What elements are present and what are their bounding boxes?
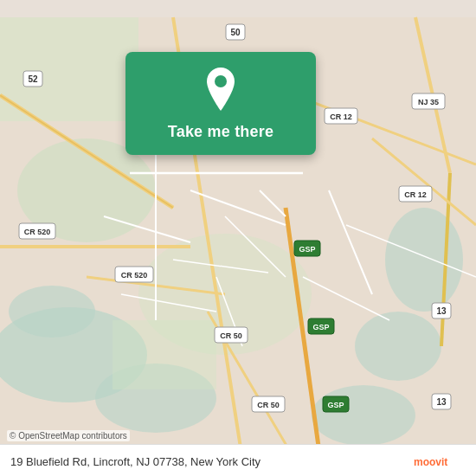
moovit-icon: moovit [414, 452, 466, 471]
action-card[interactable]: Take me there [125, 52, 316, 155]
moovit-logo: moovit [414, 452, 466, 471]
svg-rect-7 [0, 17, 138, 121]
bottom-bar: 19 Bluefield Rd, Lincroft, NJ 07738, New… [0, 444, 476, 476]
svg-text:GSP: GSP [327, 401, 344, 409]
svg-text:GSP: GSP [312, 323, 329, 331]
svg-text:CR 520: CR 520 [121, 271, 148, 280]
svg-point-2 [9, 286, 95, 338]
openstreetmap-credit: © OpenStreetMap contributors [7, 430, 130, 441]
take-me-there-button[interactable]: Take me there [168, 123, 273, 141]
address-text: 19 Bluefield Rd, Lincroft, NJ 07738, New… [10, 455, 261, 468]
location-pin-icon [202, 68, 240, 114]
svg-text:CR 50: CR 50 [257, 401, 280, 409]
svg-point-6 [355, 312, 441, 381]
svg-text:13: 13 [436, 306, 447, 316]
svg-text:CR 12: CR 12 [404, 190, 427, 199]
svg-rect-10 [113, 320, 216, 389]
svg-text:NJ 35: NJ 35 [418, 98, 439, 106]
svg-text:CR 520: CR 520 [24, 228, 51, 236]
svg-text:GSP: GSP [299, 245, 315, 254]
svg-text:moovit: moovit [414, 456, 447, 468]
svg-point-5 [385, 208, 463, 312]
map-container: 50 52 50 NJ 35 CR 12 CR 12 CR 520 CR 520… [0, 0, 476, 476]
svg-text:52: 52 [28, 74, 38, 84]
svg-text:13: 13 [436, 397, 447, 407]
svg-text:CR 50: CR 50 [220, 331, 242, 340]
svg-point-64 [215, 75, 227, 87]
svg-text:CR 12: CR 12 [330, 113, 352, 121]
svg-text:50: 50 [230, 28, 241, 37]
svg-point-4 [312, 385, 415, 446]
